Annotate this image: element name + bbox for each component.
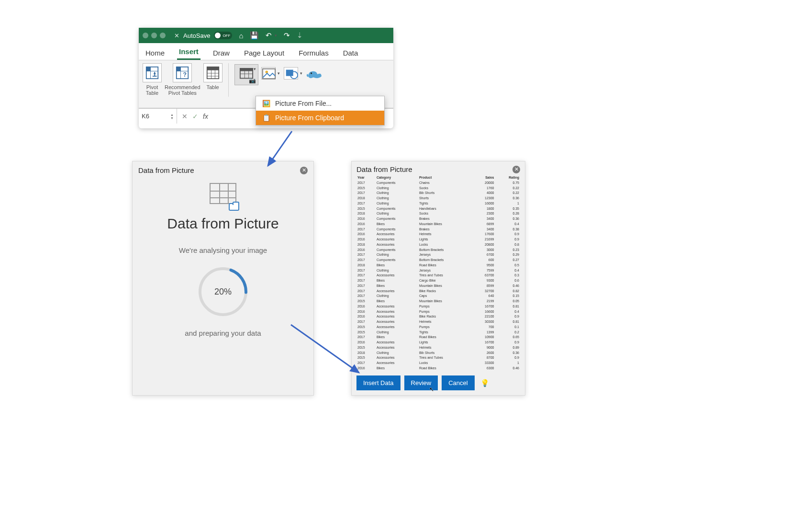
review-button[interactable]: Review ↖ [404,375,438,390]
table-row[interactable]: 2017AccessoriesBike Racks327000.82 [356,289,520,294]
tab-data[interactable]: Data [341,45,360,60]
table-row[interactable]: 2017ComponentsChains200000.75 [356,181,520,186]
undo-icon[interactable]: ↶ [266,31,272,40]
table-row[interactable]: 2016AccessoriesLights216990.9 [356,237,520,242]
col-header: Sales [472,175,495,181]
tab-page-layout[interactable]: Page Layout [242,45,286,60]
menu-picture-from-file[interactable]: 🖼️ Picture From File... [256,96,384,111]
picture-dropdown-button[interactable]: 📷 ▾ [234,64,258,85]
qat-overflow-icon[interactable]: ⇣ [297,31,303,40]
table-row[interactable]: 2017ComponentsBrakes34000.38 [356,227,520,232]
table-row[interactable]: 2017ClothingJerseys75990.4 [356,268,520,273]
window-zoom-dot[interactable] [160,33,166,38]
table-row[interactable]: 2015AccessoriesTires and Tubes87000.9 [356,355,520,361]
shapes-button[interactable]: ▾ [284,67,302,80]
tab-insert[interactable]: Insert [177,44,200,60]
tab-formulas[interactable]: Formulas [297,45,331,60]
table-row[interactable]: 2018ClothingShorts123000.36 [356,196,520,201]
table-row[interactable]: 2015AccessoriesPumps7000.1 [356,325,520,330]
svg-marker-4 [154,72,156,74]
window-min-dot[interactable] [151,33,157,38]
lightbulb-icon[interactable]: 💡 [480,379,489,387]
table-row[interactable]: 2017ComponentsBottom Brackets6000.27 [356,258,520,263]
namebox-up-icon[interactable]: ▲ [170,113,174,116]
cancel-formula-icon[interactable]: ✕ [182,113,188,120]
table-row[interactable]: 2016AccessoriesPumps166000.4 [356,309,520,315]
table-row[interactable]: 2015BikesMountain Bikes21990.05 [356,299,520,304]
redo-icon[interactable]: ↷ [284,31,290,40]
tab-home[interactable]: Home [144,45,167,60]
svg-point-22 [265,70,268,73]
col-header: Product [418,175,472,181]
window-close-dot[interactable] [143,33,148,38]
table-row[interactable]: 2017AccessoriesTires and Tubes637000.3 [356,273,520,278]
table-row[interactable]: 2015ComponentsHandlebars18000.35 [356,206,520,212]
table-row[interactable]: 2015AccessoriesHelmets90000.89 [356,345,520,351]
table-row[interactable]: 2017BikesRoad Bikes109000.65 [356,335,520,340]
close-icon[interactable]: ✕ [512,166,520,173]
pane-title: Data from Picture [356,165,412,173]
table-row[interactable]: 2018BikesRoad Bikes95000.5 [356,263,520,268]
progress-ring: 20% [194,263,252,320]
table-row[interactable]: 2016AccessoriesHelmets176000.9 [356,232,520,237]
pictures-button[interactable]: ▾ [261,67,280,80]
svg-line-28 [268,131,292,166]
accept-formula-icon[interactable]: ✓ [192,113,198,120]
table-row[interactable]: 2016ComponentsBottom Brackets30000.23 [356,248,520,253]
col-header: Year [356,175,376,181]
undo-caret-icon[interactable]: ▾ [275,33,277,38]
table-row[interactable]: 2018AccessoriesLocks208000.8 [356,242,520,248]
pivot-table-icon [143,63,162,82]
table-row[interactable]: 2015ClothingSocks17600.22 [356,186,520,191]
table-row[interactable]: 2016AccessoriesPumps167000.81 [356,304,520,309]
autosave-toggle[interactable]: OFF [214,32,232,39]
data-from-picture-icon [209,183,237,208]
table-row[interactable]: 2017BikesCargo Bike93000.6 [356,278,520,284]
svg-text:?: ? [183,71,187,78]
close-icon[interactable]: ✕ [174,32,179,39]
menu-picture-from-clipboard[interactable]: 📋 Picture From Clipboard [256,111,384,125]
table-row[interactable]: 2018ClothingBib Shorts26000.36 [356,351,520,356]
table-row[interactable]: 2015ClothingTights13990.2 [356,330,520,335]
window-traffic-lights[interactable] [143,33,166,38]
table-row[interactable]: 2016BikesMountain Bikes68990.4 [356,222,520,227]
fx-label[interactable]: fx [203,113,208,120]
autosave-label: AutoSave [183,32,210,39]
table-row[interactable]: 2017ClothingTights160001 [356,201,520,206]
table-row[interactable]: 2016AccessoriesBike Racks221000.9 [356,314,520,319]
table-row[interactable]: 2017ClothingCaps6400.15 [356,294,520,299]
table-row[interactable]: 2016AccessoriesLights167000.9 [356,340,520,345]
table-row[interactable]: 2017ClothingBib Shorts40000.22 [356,191,520,196]
cursor-icon: ↖ [429,386,434,393]
table-row[interactable]: 2018ClothingSocks23000.28 [356,211,520,216]
pivot-table-button[interactable]: Pivot Table [143,63,162,96]
svg-line-29 [291,325,359,373]
cancel-button[interactable]: Cancel [442,375,474,390]
table-button[interactable]: Table [203,63,222,90]
table-row[interactable]: 2017ClothingJerseys67000.29 [356,252,520,258]
data-from-picture-review-pane: Data from Picture ✕ YearCategoryProductS… [351,161,525,396]
recommended-pivot-button[interactable]: ? Recommended Pivot Tables [165,63,200,96]
tab-draw[interactable]: Draw [211,45,232,60]
recognized-data-table: YearCategoryProductSalesRating 2017Compo… [356,175,520,372]
name-box[interactable]: K6 ▲ ▼ [139,109,177,124]
icons-button[interactable] [306,67,321,80]
chevron-down-icon: ▾ [254,67,256,71]
flow-arrow-1 [258,128,306,176]
col-header: Rating [495,175,520,181]
save-icon[interactable]: 💾 [250,31,259,40]
home-icon[interactable]: ⌂ [239,32,243,40]
table-row[interactable]: 2017BikesMountain Bikes85990.46 [356,284,520,289]
table-row[interactable]: 2016BikesRoad Bikes63000.46 [356,366,520,371]
dfp-subtext-1: We're analysing your image [138,246,308,254]
picture-dropdown-menu: 🖼️ Picture From File... 📋 Picture From C… [256,96,385,125]
table-row[interactable]: 2017AccessoriesLocks333001 [356,361,520,366]
recommended-pivot-icon: ? [173,63,192,82]
titlebar: ✕ AutoSave OFF ⌂ 💾 ↶ ▾ ↷ ⇣ [139,28,393,43]
svg-rect-11 [207,67,219,70]
svg-rect-23 [286,70,293,76]
table-row[interactable]: 2016ComponentsBrakes34000.36 [356,216,520,222]
table-row[interactable]: 2017AccessoriesHelmets303000.81 [356,319,520,325]
namebox-down-icon[interactable]: ▼ [170,116,174,120]
table-row[interactable]: 2018ComponentsWheels167000.75 [356,371,520,372]
